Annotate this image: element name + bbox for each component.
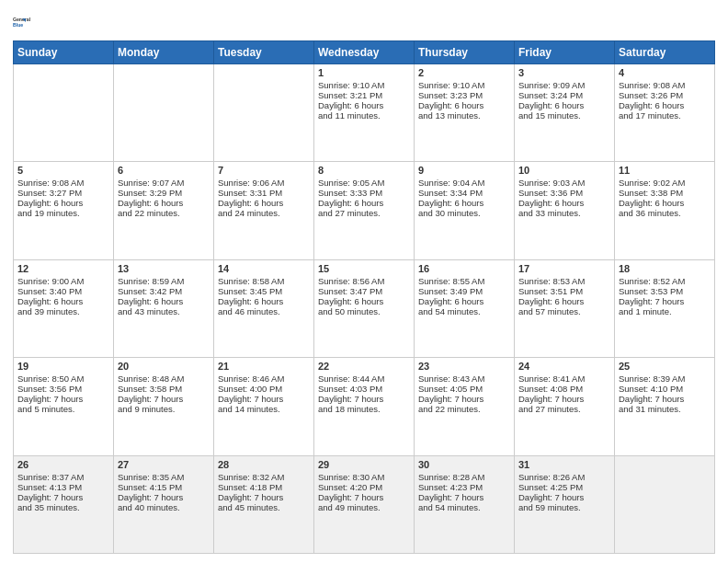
page: General Blue SundayMondayTuesdayWednesda… [0,0,728,563]
day-info: Daylight: 6 hours [118,198,210,208]
day-info: and 33 minutes. [518,208,610,218]
day-number: 1 [318,67,410,78]
day-info: Sunrise: 9:02 AM [619,178,711,188]
calendar-cell: 31Sunrise: 8:26 AMSunset: 4:25 PMDayligh… [515,455,615,553]
day-info: Sunrise: 8:44 AM [318,373,410,384]
day-info: and 17 minutes. [619,110,711,121]
calendar-cell: 24Sunrise: 8:41 AMSunset: 4:08 PMDayligh… [515,358,615,455]
day-number: 27 [118,459,210,470]
calendar-cell [114,64,214,162]
calendar-cell: 18Sunrise: 8:52 AMSunset: 3:53 PMDayligh… [615,259,715,357]
day-number: 18 [619,263,711,274]
day-info: Daylight: 6 hours [17,198,109,208]
day-info: Sunrise: 9:08 AM [17,178,109,188]
day-info: Sunset: 3:34 PM [418,188,510,198]
day-info: Sunrise: 8:46 AM [218,373,310,384]
day-info: Sunset: 3:38 PM [619,188,711,198]
day-info: Sunset: 3:24 PM [518,90,610,100]
day-info: Sunset: 3:29 PM [118,188,210,198]
day-number: 31 [518,459,610,470]
day-info: and 27 minutes. [518,404,610,414]
day-info: and 54 minutes. [418,306,510,316]
calendar-cell: 3Sunrise: 9:09 AMSunset: 3:24 PMDaylight… [515,64,615,162]
calendar: SundayMondayTuesdayWednesdayThursdayFrid… [13,40,715,554]
day-info: and 59 minutes. [518,502,610,512]
day-info: Daylight: 6 hours [619,198,711,208]
calendar-cell: 14Sunrise: 8:58 AMSunset: 3:45 PMDayligh… [214,259,314,357]
day-info: Sunset: 3:42 PM [118,286,210,296]
logo: General Blue [13,9,39,35]
calendar-cell: 10Sunrise: 9:03 AMSunset: 3:36 PMDayligh… [515,162,615,259]
day-info: Sunset: 4:15 PM [118,482,210,492]
day-number: 22 [318,361,410,372]
svg-text:Blue: Blue [13,22,23,28]
day-info: Daylight: 7 hours [418,492,510,502]
day-info: and 27 minutes. [318,208,410,218]
day-info: Daylight: 6 hours [218,198,310,208]
day-info: Sunrise: 8:58 AM [218,276,310,286]
day-info: Sunrise: 8:39 AM [619,373,711,384]
day-info: Sunset: 3:23 PM [418,90,510,100]
day-info: Daylight: 7 hours [619,296,711,306]
day-info: Daylight: 6 hours [318,198,410,208]
day-info: and 1 minute. [619,306,711,316]
calendar-cell: 8Sunrise: 9:05 AMSunset: 3:33 PMDaylight… [314,162,415,259]
calendar-cell: 9Sunrise: 9:04 AMSunset: 3:34 PMDaylight… [415,162,515,259]
day-info: and 31 minutes. [619,404,711,414]
day-info: Sunrise: 8:53 AM [518,276,610,286]
day-number: 3 [518,67,610,78]
day-number: 10 [518,165,610,176]
day-info: Sunset: 4:20 PM [318,482,410,492]
day-info: and 54 minutes. [418,502,510,512]
day-info: and 40 minutes. [118,502,210,512]
day-info: Sunrise: 9:09 AM [518,80,610,90]
calendar-cell: 29Sunrise: 8:30 AMSunset: 4:20 PMDayligh… [314,455,415,553]
day-info: Daylight: 7 hours [218,492,310,502]
calendar-cell: 27Sunrise: 8:35 AMSunset: 4:15 PMDayligh… [114,455,214,553]
day-info: Daylight: 7 hours [619,394,711,404]
day-number: 9 [418,165,510,176]
day-info: Sunrise: 8:26 AM [518,472,610,482]
day-info: Daylight: 6 hours [318,100,410,110]
day-info: Sunset: 4:05 PM [418,384,510,394]
day-info: Sunrise: 8:48 AM [118,373,210,384]
calendar-cell: 16Sunrise: 8:55 AMSunset: 3:49 PMDayligh… [415,259,515,357]
day-number: 14 [218,263,310,274]
day-info: and 18 minutes. [318,404,410,414]
calendar-cell: 13Sunrise: 8:59 AMSunset: 3:42 PMDayligh… [114,259,214,357]
calendar-cell: 30Sunrise: 8:28 AMSunset: 4:23 PMDayligh… [415,455,515,553]
calendar-cell: 20Sunrise: 8:48 AMSunset: 3:58 PMDayligh… [114,358,214,455]
day-info: Sunset: 4:08 PM [518,384,610,394]
calendar-cell: 17Sunrise: 8:53 AMSunset: 3:51 PMDayligh… [515,259,615,357]
day-info: Sunrise: 9:07 AM [118,178,210,188]
calendar-cell: 5Sunrise: 9:08 AMSunset: 3:27 PMDaylight… [14,162,114,259]
day-info: Sunset: 4:18 PM [218,482,310,492]
day-info: Daylight: 6 hours [418,198,510,208]
day-number: 29 [318,459,410,470]
calendar-cell: 22Sunrise: 8:44 AMSunset: 4:03 PMDayligh… [314,358,415,455]
calendar-cell: 28Sunrise: 8:32 AMSunset: 4:18 PMDayligh… [214,455,314,553]
day-number: 26 [17,459,109,470]
day-info: Daylight: 7 hours [518,492,610,502]
day-header-thursday: Thursday [415,41,515,64]
calendar-cell: 2Sunrise: 9:10 AMSunset: 3:23 PMDaylight… [415,64,515,162]
calendar-cell [214,64,314,162]
day-info: Sunrise: 8:56 AM [318,276,410,286]
day-info: and 14 minutes. [218,404,310,414]
day-info: and 30 minutes. [418,208,510,218]
day-info: Sunset: 3:40 PM [17,286,109,296]
day-info: Sunrise: 8:59 AM [118,276,210,286]
calendar-cell [615,455,715,553]
calendar-cell [14,64,114,162]
day-info: Sunset: 3:27 PM [17,188,109,198]
day-info: and 15 minutes. [518,110,610,121]
day-info: and 49 minutes. [318,502,410,512]
day-info: Sunset: 4:13 PM [17,482,109,492]
day-info: Daylight: 6 hours [518,198,610,208]
day-info: and 57 minutes. [518,306,610,316]
day-info: Sunrise: 8:37 AM [17,472,109,482]
day-info: Sunrise: 8:52 AM [619,276,711,286]
calendar-cell: 15Sunrise: 8:56 AMSunset: 3:47 PMDayligh… [314,259,415,357]
day-info: and 22 minutes. [418,404,510,414]
day-info: Sunset: 3:26 PM [619,90,711,100]
